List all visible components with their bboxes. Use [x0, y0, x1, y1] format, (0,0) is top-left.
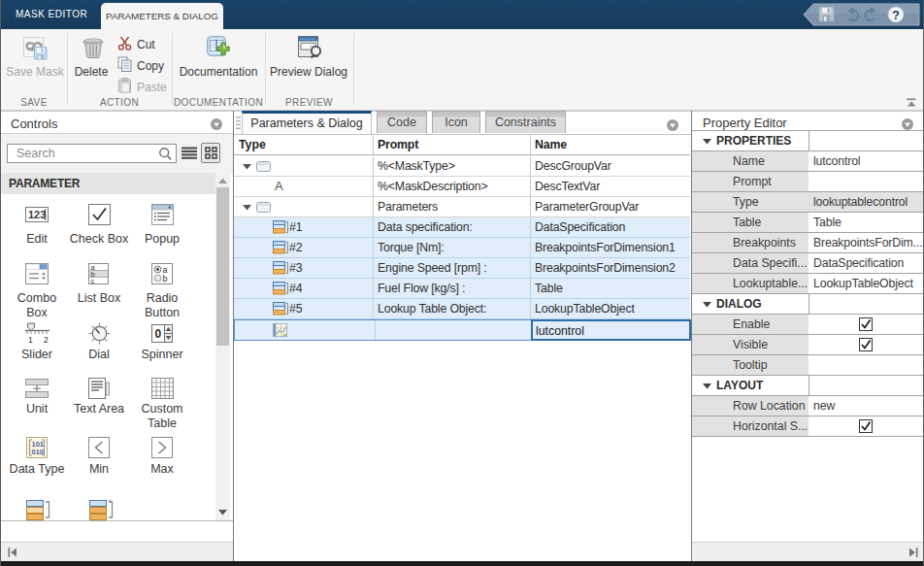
- svg-text:1: 1: [28, 335, 33, 345]
- svg-text:c: c: [91, 277, 95, 284]
- svg-text:010: 010: [32, 448, 45, 456]
- svg-text:0: 0: [155, 327, 162, 341]
- svg-text:2: 2: [44, 335, 49, 345]
- svg-text:b: b: [163, 274, 168, 283]
- svg-text:?: ?: [892, 8, 900, 22]
- svg-text:123: 123: [28, 209, 46, 220]
